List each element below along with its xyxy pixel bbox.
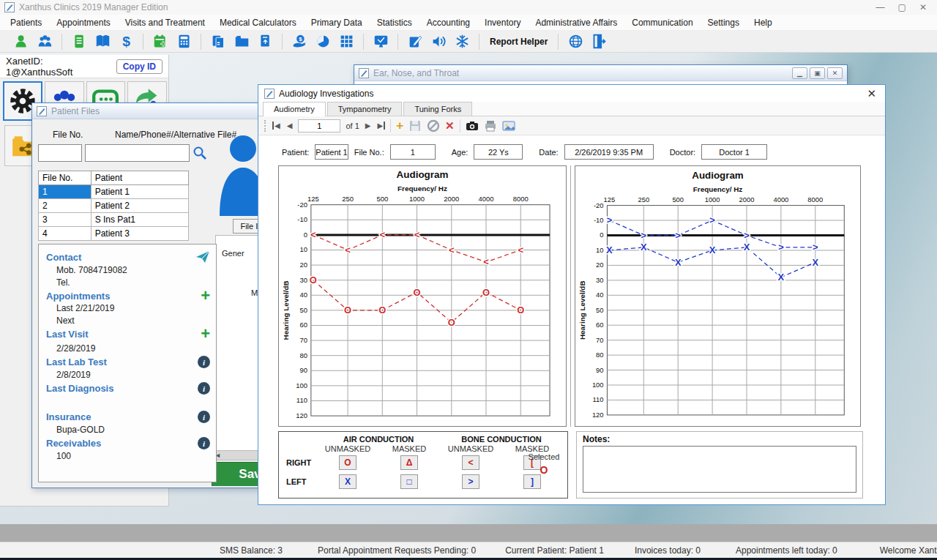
- delete-record-icon[interactable]: ✕: [445, 119, 455, 132]
- field-value-date[interactable]: 2/26/2019 9:35 PM: [564, 144, 654, 160]
- symbol-left-air-unmasked[interactable]: X: [339, 474, 356, 489]
- svg-text:X: X: [675, 257, 682, 268]
- table-row[interactable]: 4Patient 3: [39, 227, 189, 241]
- export-image-icon[interactable]: [502, 119, 515, 132]
- ent-title: Ear, Nose, and Throat: [373, 68, 788, 78]
- calendar-add-icon[interactable]: [152, 34, 168, 50]
- treatment-book-icon[interactable]: [94, 34, 111, 50]
- table-row[interactable]: 1Patient 1: [39, 185, 189, 199]
- next-record-icon[interactable]: ▶: [365, 122, 372, 130]
- receivables-info-icon[interactable]: i: [198, 437, 210, 449]
- notes-panel: Notes:: [576, 431, 863, 499]
- add-record-icon[interactable]: +: [396, 119, 403, 133]
- audiology-titlebar[interactable]: Audiology Investigations ✕: [258, 85, 885, 102]
- globe-icon[interactable]: [567, 34, 583, 50]
- exit-icon[interactable]: [591, 34, 607, 50]
- svg-text:8000: 8000: [807, 196, 823, 204]
- svg-text:X: X: [641, 242, 647, 253]
- snowflake-icon[interactable]: [454, 34, 470, 50]
- menu-item-accounting[interactable]: Accounting: [419, 15, 477, 30]
- symbol-right-air-masked[interactable]: Δ: [400, 455, 418, 470]
- visit-list-icon[interactable]: [71, 34, 87, 50]
- last-record-icon[interactable]: ▶: [376, 122, 385, 130]
- speaker-icon[interactable]: [430, 34, 447, 50]
- calculator-icon[interactable]: [176, 34, 192, 50]
- cancel-edit-icon[interactable]: [427, 119, 440, 132]
- svg-text:Frequency/ Hz: Frequency/ Hz: [397, 184, 447, 193]
- table-row[interactable]: 2Patient 2: [39, 199, 189, 213]
- dollar-icon[interactable]: $: [118, 34, 134, 50]
- camera-icon[interactable]: [466, 119, 479, 132]
- menu-item-administrative-affairs[interactable]: Administrative Affairs: [528, 15, 624, 30]
- field-value-age[interactable]: 22 Ys: [474, 144, 523, 160]
- pie-chart-icon[interactable]: [315, 34, 331, 50]
- field-value-fileno[interactable]: 1: [390, 144, 436, 160]
- menu-item-visits-and-treatment[interactable]: Visits and Treatment: [118, 15, 212, 30]
- menu-item-help[interactable]: Help: [747, 15, 780, 30]
- ent-maximize-icon[interactable]: ▣: [810, 67, 825, 79]
- patient-icon-green[interactable]: [13, 34, 29, 50]
- print-icon[interactable]: [484, 119, 497, 132]
- menu-item-communication[interactable]: Communication: [624, 15, 700, 30]
- tel-value: Tel.: [46, 276, 210, 288]
- svg-text:80: 80: [299, 351, 307, 359]
- documents-icon[interactable]: [210, 34, 226, 50]
- add-visit-icon[interactable]: +: [201, 328, 210, 340]
- folder-icon[interactable]: [234, 34, 250, 50]
- first-record-icon[interactable]: ◀: [272, 122, 281, 130]
- tab-tuning-forks[interactable]: Tuning Forks: [403, 102, 472, 116]
- menu-item-medical-calculators[interactable]: Medical Calculators: [212, 15, 304, 30]
- menu-item-primary-data[interactable]: Primary Data: [304, 15, 370, 30]
- svg-text:X: X: [778, 272, 785, 283]
- svg-text:<: <: [414, 229, 420, 240]
- diagnosis-info-icon[interactable]: i: [198, 382, 210, 395]
- symbol-right-air-unmasked[interactable]: O: [339, 455, 356, 470]
- save-record-icon[interactable]: [408, 119, 422, 132]
- audiology-window: Audiology Investigations ✕ AudiometryTym…: [258, 84, 886, 505]
- send-message-icon[interactable]: [195, 250, 210, 264]
- insurance-info-icon[interactable]: i: [198, 411, 210, 423]
- add-appointment-icon[interactable]: +: [201, 290, 210, 302]
- file-no-input[interactable]: [38, 144, 82, 162]
- money-hand-icon[interactable]: $: [291, 34, 307, 50]
- field-value-doctor[interactable]: Doctor 1: [701, 144, 767, 160]
- field-label-2: Age:: [452, 148, 468, 157]
- symbol-right-bone-unmasked[interactable]: <: [462, 455, 479, 470]
- tab-tympanometry[interactable]: Tympanometry: [327, 102, 403, 116]
- close-icon[interactable]: ✕: [919, 2, 927, 12]
- tab-audiometry[interactable]: Audiometry: [263, 102, 326, 116]
- record-number-input[interactable]: [298, 119, 340, 132]
- status-bar: SMS Balance: 3Portal Appointment Request…: [0, 542, 937, 558]
- minimize-icon[interactable]: —: [876, 2, 885, 12]
- menu-item-inventory[interactable]: Inventory: [477, 15, 528, 30]
- ent-minimize-icon[interactable]: ▁: [792, 67, 807, 79]
- notes-textarea[interactable]: [583, 446, 856, 493]
- menu-item-appointments[interactable]: Appointments: [49, 15, 117, 30]
- monitor-icon[interactable]: [373, 34, 389, 50]
- symbol-left-bone-masked[interactable]: ]: [523, 474, 541, 489]
- svg-text:Hearing Level/dB: Hearing Level/dB: [578, 280, 586, 340]
- previous-record-icon[interactable]: ◀: [286, 122, 294, 130]
- field-value-patient[interactable]: Patient 1: [315, 144, 348, 160]
- menu-item-statistics[interactable]: Statistics: [370, 15, 419, 30]
- menu-item-patients[interactable]: Patients: [3, 15, 49, 30]
- ent-close-icon[interactable]: ✕: [827, 67, 843, 79]
- svg-text:2000: 2000: [444, 195, 459, 203]
- patients-group-icon[interactable]: [37, 34, 53, 50]
- file-transfer-icon[interactable]: [257, 34, 273, 50]
- report-helper-button[interactable]: Report Helper: [479, 34, 558, 50]
- audiology-close-icon[interactable]: ✕: [864, 87, 879, 100]
- copy-id-button[interactable]: Copy ID: [116, 59, 163, 74]
- patient-files-titlebar[interactable]: Patient Files: [32, 103, 270, 119]
- search-icon[interactable]: [193, 146, 207, 160]
- grid-icon[interactable]: [338, 34, 354, 50]
- edit-icon[interactable]: [407, 34, 423, 50]
- maximize-icon[interactable]: ▢: [898, 2, 906, 12]
- name-search-input[interactable]: [85, 144, 190, 162]
- symbol-left-air-masked[interactable]: □: [400, 474, 418, 489]
- ent-titlebar[interactable]: Ear, Nose, and Throat ▁ ▣ ✕: [354, 65, 847, 81]
- symbol-left-bone-unmasked[interactable]: >: [462, 474, 479, 489]
- table-row[interactable]: 3S Ins Pat1: [39, 213, 189, 227]
- menu-item-settings[interactable]: Settings: [701, 15, 747, 30]
- lab-info-icon[interactable]: i: [198, 356, 210, 368]
